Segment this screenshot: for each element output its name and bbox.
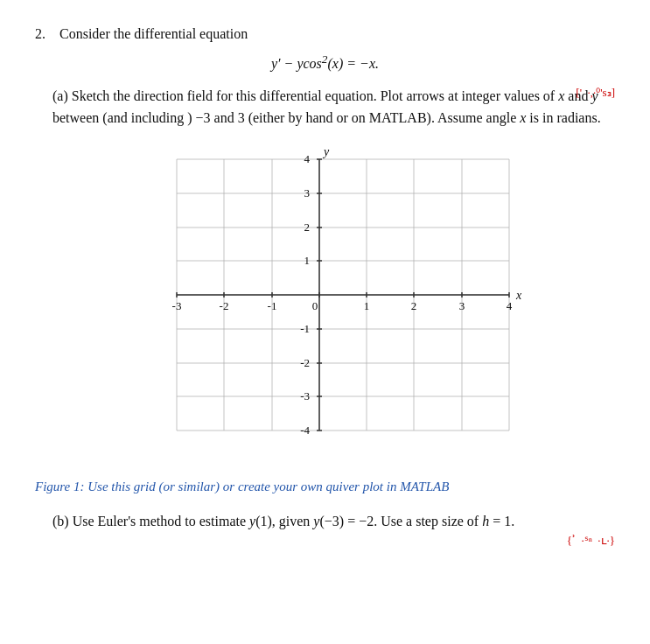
label-y-2: 2 <box>304 220 310 234</box>
equation-text: y′ − ycos2(x) = −x. <box>271 56 379 71</box>
label-x-1: 1 <box>363 299 369 312</box>
handwriting-annotation-b: {ʾ ·ˢⁿ ·ʟ·} <box>567 532 615 550</box>
part-a-label: (a) <box>52 88 72 103</box>
label-y-neg2: -2 <box>300 356 310 369</box>
label-x-4: 4 <box>506 299 512 312</box>
part-a-body: Sketch the direction field for this diff… <box>52 88 601 125</box>
x-axis-label: x <box>515 289 522 302</box>
problem-intro: Consider the differential equation <box>59 26 248 42</box>
part-b-label: (b) <box>52 514 73 528</box>
label-x-neg3: -3 <box>171 299 181 312</box>
label-x-2: 2 <box>410 299 416 312</box>
figure-caption-text: Figure 1: Use this grid (or similar) or … <box>35 480 449 494</box>
handwriting-annotation-a: [' ·,·⁰'s₃] <box>576 86 615 101</box>
label-y-neg3: -3 <box>300 389 310 402</box>
part-b-text: (b) Use Euler's method to estimate y(1),… <box>52 510 615 533</box>
main-equation: y′ − ycos2(x) = −x. <box>35 52 615 72</box>
label-y-4: 4 <box>304 152 310 165</box>
y-axis-label: y <box>322 145 330 158</box>
problem-header: 2. Consider the differential equation <box>35 26 615 42</box>
label-y-neg4: -4 <box>300 424 310 437</box>
graph-container: .grid-line { stroke: #aaa; stroke-width:… <box>115 142 535 466</box>
figure-caption: Figure 1: Use this grid (or similar) or … <box>35 480 615 494</box>
part-b-body: Use Euler's method to estimate y(1), giv… <box>73 514 515 528</box>
problem-number: 2. <box>35 26 52 42</box>
label-y-3: 3 <box>304 186 310 200</box>
label-x-neg2: -2 <box>219 299 228 312</box>
label-y-neg1: -1 <box>300 322 310 335</box>
label-y-1: 1 <box>304 254 310 267</box>
label-x-0: 0 <box>311 299 318 312</box>
label-x-3: 3 <box>458 299 465 312</box>
part-a-text: (a) Sketch the direction field for this … <box>52 86 615 130</box>
direction-field-graph: .grid-line { stroke: #aaa; stroke-width:… <box>124 142 527 466</box>
label-x-neg1: -1 <box>267 299 276 312</box>
